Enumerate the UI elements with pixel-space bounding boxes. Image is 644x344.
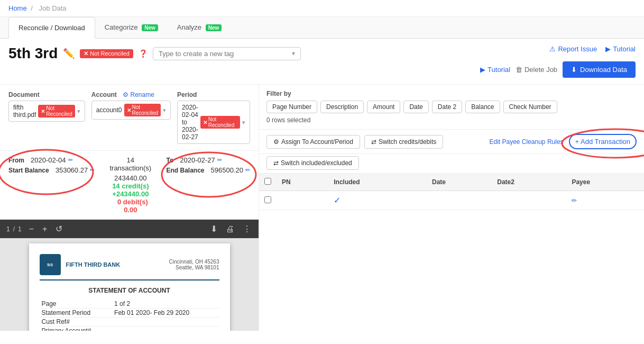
document-value: fifth third.pdf (13, 104, 36, 119)
switch-credits-button[interactable]: ⇄ Switch credits/debits (364, 135, 443, 149)
tab-analyze[interactable]: Analyze New (168, 17, 231, 39)
filter-page-number[interactable]: Page Number (266, 101, 317, 113)
pdf-page-info: 1 / 1 (6, 225, 22, 233)
filter-buttons: Page Number Description Amount Date Date… (266, 101, 637, 113)
document-select[interactable]: fifth third.pdf ✕ Not Reconciled ▾ (8, 101, 85, 122)
tutorial-button[interactable]: ▶ Tutorial (605, 45, 636, 53)
end-balance-row: End Balance 596500.20 ✏ (167, 166, 250, 174)
filter-label: Filter by (266, 90, 637, 97)
period-not-reconciled-badge: ✕ Not Reconciled (200, 116, 240, 129)
delete-job-button[interactable]: 🗑 Delete Job (516, 66, 557, 74)
from-row: From 2020-02-04 ✏ (8, 156, 95, 164)
pdf-download-button[interactable]: ⬇ (209, 223, 218, 235)
table-row: ✓ ✏ (259, 191, 644, 210)
per-remove-icon[interactable]: ✕ (203, 120, 207, 125)
to-value: 2020-02-27 (180, 156, 215, 164)
doc-remove-icon[interactable]: ✕ (41, 108, 45, 114)
transactions-stat-block: 14 transaction(s) 243440.00 14 credit(s)… (107, 156, 153, 214)
document-not-reconciled-badge: ✕ Not Reconciled (38, 105, 75, 117)
document-label: Document (8, 91, 85, 98)
report-issue-button[interactable]: ⚠ Report Issue (549, 45, 597, 53)
account-dropdown-icon[interactable]: ▾ (163, 107, 166, 114)
end-balance-edit-icon[interactable]: ✏ (245, 167, 250, 174)
actions-left: ⚙ Assign To Account/Period ⇄ Switch cred… (266, 135, 443, 149)
select-all-checkbox[interactable] (264, 178, 271, 185)
col-date: Date (427, 174, 492, 191)
period-select[interactable]: 2020-02-04 to 2020-02-27 ✕ Not Reconcile… (177, 101, 250, 144)
main-content: Document fifth third.pdf ✕ Not Reconcile… (0, 85, 644, 331)
header-left: 5th 3rd ✏️ ✕ Not Reconciled ❓ ▾ (8, 45, 301, 62)
pdf-rotate-button[interactable]: ↺ (54, 223, 63, 235)
col-date2: Date2 (492, 174, 566, 191)
start-balance-row: Start Balance 353060.27 ✏ (8, 166, 95, 174)
pdf-zoom-out-button[interactable]: − (28, 223, 35, 235)
filter-date[interactable]: Date (403, 101, 428, 113)
document-dropdown-icon[interactable]: ▾ (77, 108, 80, 115)
tab-reconcile-download[interactable]: Reconcile / Download (8, 17, 95, 39)
account-field-group: Account ⚙ Rename account0 ✕ Not Reconcil… (91, 91, 171, 144)
pdf-viewer: 1 / 1 − + ↺ ⬇ 🖨 ⋮ 5/3 FIFTH (0, 220, 259, 331)
filter-amount[interactable]: Amount (367, 101, 400, 113)
row-checkbox[interactable] (264, 196, 271, 203)
help-icon[interactable]: ❓ (139, 49, 148, 58)
tutorial2-button[interactable]: ▶ Tutorial (480, 66, 510, 74)
pdf-content: 5/3 FIFTH THIRD BANK Cincinnati, OH 4526… (0, 238, 259, 331)
categorize-new-badge: New (142, 24, 158, 31)
tab-categorize[interactable]: Categorize New (95, 17, 168, 39)
period-dropdown-icon[interactable]: ▾ (242, 119, 245, 126)
left-panel: Document fifth third.pdf ✕ Not Reconcile… (0, 85, 259, 331)
period-label: Period (177, 91, 250, 98)
play2-icon: ▶ (480, 66, 485, 74)
switch-icon: ⇄ (371, 138, 376, 146)
included-icon: ✓ (334, 196, 341, 205)
from-value: 2020-02-04 (31, 156, 66, 164)
filter-balance[interactable]: Balance (465, 101, 500, 113)
edit-payee-link[interactable]: Edit Payee Cleanup Rules (489, 138, 563, 146)
start-balance-edit-icon[interactable]: ✏ (90, 167, 95, 174)
pdf-toolbar: 1 / 1 − + ↺ ⬇ 🖨 ⋮ (0, 220, 259, 238)
tag-input[interactable] (159, 50, 292, 58)
transactions-count: 14 transaction(s) (107, 156, 153, 172)
filter-description[interactable]: Description (320, 101, 364, 113)
gear-icon: ⚙ (273, 138, 279, 146)
add-transaction-button[interactable]: + Add Transaction (569, 134, 637, 149)
play-icon: ▶ (605, 45, 611, 53)
edit-job-title-icon[interactable]: ✏️ (63, 48, 75, 59)
to-stat-block: To 2020-02-27 ✏ End Balance 596500.20 ✏ (167, 156, 250, 174)
period-field-group: Period 2020-02-04 to 2020-02-27 ✕ Not Re… (177, 91, 250, 144)
remove-status-icon[interactable]: ✕ (84, 50, 88, 57)
table-header: PN Included Date Date2 Payee (259, 174, 644, 191)
col-checkbox (259, 174, 277, 191)
download-data-button[interactable]: ⬇ Download Data (563, 61, 636, 78)
start-balance-value: 353060.27 (56, 166, 88, 174)
col-payee: Payee (566, 174, 644, 191)
pdf-zoom-in-button[interactable]: + (41, 223, 48, 235)
pdf-page: 5/3 FIFTH THIRD BANK Cincinnati, OH 4526… (29, 243, 230, 331)
assign-account-button[interactable]: ⚙ Assign To Account/Period (266, 135, 360, 149)
end-balance-value: 596500.20 (211, 166, 243, 174)
switch-included-button[interactable]: ⇄ Switch included/excluded (266, 156, 359, 170)
pdf-more-button[interactable]: ⋮ (242, 223, 252, 235)
switch2-icon: ⇄ (273, 159, 279, 167)
filter-date2[interactable]: Date 2 (432, 101, 462, 113)
pdf-print-button[interactable]: 🖨 (225, 223, 235, 235)
table-wrap: PN Included Date Date2 Payee ✓ (259, 174, 644, 331)
pdf-page-current: 1 (6, 225, 10, 233)
account-select[interactable]: account0 ✕ Not Reconciled ▾ (91, 101, 171, 120)
pdf-bank-logo: 5/3 (40, 254, 61, 275)
acc-remove-icon[interactable]: ✕ (127, 107, 131, 113)
tag-dropdown-icon[interactable]: ▾ (292, 50, 295, 57)
col-included: Included (328, 174, 427, 191)
document-field-group: Document fifth third.pdf ✕ Not Reconcile… (8, 91, 85, 144)
header-actions-top: ⚠ Report Issue ▶ Tutorial (549, 45, 636, 53)
edit-payee-row-icon[interactable]: ✏ (572, 197, 577, 204)
header-section: 5th 3rd ✏️ ✕ Not Reconciled ❓ ▾ ⚠ Report… (0, 39, 644, 85)
rename-link[interactable]: ⚙ Rename (123, 91, 154, 98)
to-edit-icon[interactable]: ✏ (217, 157, 222, 164)
job-title: 5th 3rd (8, 45, 58, 62)
breadcrumb-home[interactable]: Home (8, 4, 27, 12)
from-edit-icon[interactable]: ✏ (68, 157, 73, 164)
pdf-bank-header: 5/3 FIFTH THIRD BANK Cincinnati, OH 4526… (40, 254, 219, 280)
filter-check-number[interactable]: Check Number (503, 101, 557, 113)
transactions-table: PN Included Date Date2 Payee ✓ (259, 174, 644, 210)
